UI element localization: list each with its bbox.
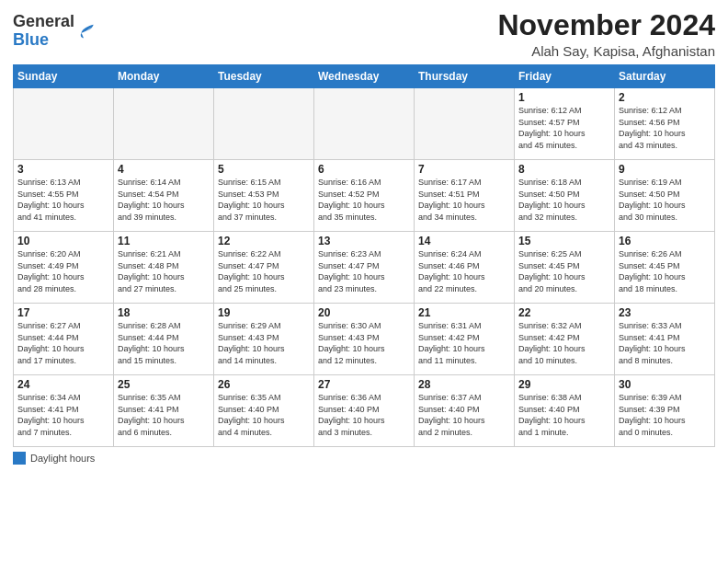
day-number: 13 — [318, 235, 410, 247]
day-info: Sunrise: 6:14 AM Sunset: 4:54 PM Dayligh… — [118, 177, 210, 223]
day-info: Sunrise: 6:15 AM Sunset: 4:53 PM Dayligh… — [218, 177, 310, 223]
col-wednesday: Wednesday — [314, 65, 415, 88]
day-info: Sunrise: 6:29 AM Sunset: 4:43 PM Dayligh… — [218, 320, 310, 366]
col-friday: Friday — [515, 65, 615, 88]
day-info: Sunrise: 6:19 AM Sunset: 4:50 PM Dayligh… — [619, 177, 711, 223]
day-number: 28 — [418, 378, 510, 391]
calendar-cell — [314, 88, 415, 160]
calendar-cell — [214, 88, 314, 160]
calendar-cell: 14Sunrise: 6:24 AM Sunset: 4:46 PM Dayli… — [415, 232, 515, 304]
day-info: Sunrise: 6:23 AM Sunset: 4:47 PM Dayligh… — [318, 248, 410, 294]
col-tuesday: Tuesday — [214, 65, 314, 88]
day-number: 11 — [118, 235, 210, 247]
day-info: Sunrise: 6:37 AM Sunset: 4:40 PM Dayligh… — [418, 392, 510, 438]
day-info: Sunrise: 6:12 AM Sunset: 4:56 PM Dayligh… — [619, 105, 711, 151]
day-info: Sunrise: 6:28 AM Sunset: 4:44 PM Dayligh… — [118, 320, 210, 366]
calendar-cell: 22Sunrise: 6:32 AM Sunset: 4:42 PM Dayli… — [515, 304, 615, 375]
calendar-cell: 9Sunrise: 6:19 AM Sunset: 4:50 PM Daylig… — [615, 160, 715, 232]
day-number: 2 — [619, 91, 711, 104]
day-number: 7 — [418, 163, 510, 176]
day-number: 9 — [619, 163, 711, 176]
day-info: Sunrise: 6:22 AM Sunset: 4:47 PM Dayligh… — [218, 248, 310, 294]
day-number: 8 — [518, 163, 610, 176]
day-number: 18 — [118, 306, 210, 319]
col-thursday: Thursday — [415, 65, 515, 88]
day-info: Sunrise: 6:27 AM Sunset: 4:44 PM Dayligh… — [17, 320, 109, 366]
calendar-week-3: 17Sunrise: 6:27 AM Sunset: 4:44 PM Dayli… — [14, 304, 715, 375]
calendar-cell: 5Sunrise: 6:15 AM Sunset: 4:53 PM Daylig… — [214, 160, 314, 232]
calendar-cell: 1Sunrise: 6:12 AM Sunset: 4:57 PM Daylig… — [515, 88, 615, 160]
calendar-cell: 25Sunrise: 6:35 AM Sunset: 4:41 PM Dayli… — [114, 375, 214, 447]
day-number: 21 — [418, 306, 510, 319]
calendar-week-2: 10Sunrise: 6:20 AM Sunset: 4:49 PM Dayli… — [14, 232, 715, 304]
day-info: Sunrise: 6:34 AM Sunset: 4:41 PM Dayligh… — [17, 392, 109, 438]
day-number: 29 — [518, 378, 610, 391]
legend-row: Daylight hours — [13, 452, 715, 465]
calendar-cell: 17Sunrise: 6:27 AM Sunset: 4:44 PM Dayli… — [14, 304, 114, 375]
calendar-week-4: 24Sunrise: 6:34 AM Sunset: 4:41 PM Dayli… — [14, 375, 715, 447]
calendar-cell: 8Sunrise: 6:18 AM Sunset: 4:50 PM Daylig… — [515, 160, 615, 232]
calendar-cell: 18Sunrise: 6:28 AM Sunset: 4:44 PM Dayli… — [114, 304, 214, 375]
calendar-cell: 24Sunrise: 6:34 AM Sunset: 4:41 PM Dayli… — [14, 375, 114, 447]
day-info: Sunrise: 6:30 AM Sunset: 4:43 PM Dayligh… — [318, 320, 410, 366]
day-number: 4 — [118, 163, 210, 176]
day-number: 16 — [619, 235, 711, 247]
day-info: Sunrise: 6:18 AM Sunset: 4:50 PM Dayligh… — [518, 177, 610, 223]
calendar-week-0: 1Sunrise: 6:12 AM Sunset: 4:57 PM Daylig… — [14, 88, 715, 160]
title-block: November 2024 Alah Say, Kapisa, Afghanis… — [497, 9, 715, 59]
calendar-week-1: 3Sunrise: 6:13 AM Sunset: 4:55 PM Daylig… — [14, 160, 715, 232]
logo: General Blue — [13, 13, 95, 50]
day-number: 17 — [17, 306, 109, 319]
day-info: Sunrise: 6:20 AM Sunset: 4:49 PM Dayligh… — [17, 248, 109, 294]
day-info: Sunrise: 6:31 AM Sunset: 4:42 PM Dayligh… — [418, 320, 510, 366]
calendar-cell: 13Sunrise: 6:23 AM Sunset: 4:47 PM Dayli… — [314, 232, 415, 304]
day-number: 20 — [318, 306, 410, 319]
calendar-cell: 15Sunrise: 6:25 AM Sunset: 4:45 PM Dayli… — [515, 232, 615, 304]
day-info: Sunrise: 6:17 AM Sunset: 4:51 PM Dayligh… — [418, 177, 510, 223]
calendar-cell — [114, 88, 214, 160]
day-info: Sunrise: 6:35 AM Sunset: 4:40 PM Dayligh… — [218, 392, 310, 438]
month-title: November 2024 — [497, 9, 715, 41]
day-number: 24 — [17, 378, 109, 391]
day-number: 3 — [17, 163, 109, 176]
calendar-cell: 28Sunrise: 6:37 AM Sunset: 4:40 PM Dayli… — [415, 375, 515, 447]
day-number: 5 — [218, 163, 310, 176]
day-number: 15 — [518, 235, 610, 247]
day-number: 22 — [518, 306, 610, 319]
day-number: 25 — [118, 378, 210, 391]
day-number: 27 — [318, 378, 410, 391]
calendar-cell: 19Sunrise: 6:29 AM Sunset: 4:43 PM Dayli… — [214, 304, 314, 375]
day-number: 26 — [218, 378, 310, 391]
main-container: General Blue November 2024 Alah Say, Kap… — [0, 0, 728, 470]
day-number: 30 — [619, 378, 711, 391]
day-info: Sunrise: 6:25 AM Sunset: 4:45 PM Dayligh… — [518, 248, 610, 294]
day-number: 6 — [318, 163, 410, 176]
day-info: Sunrise: 6:38 AM Sunset: 4:40 PM Dayligh… — [518, 392, 610, 438]
calendar-cell: 29Sunrise: 6:38 AM Sunset: 4:40 PM Dayli… — [515, 375, 615, 447]
calendar-cell: 30Sunrise: 6:39 AM Sunset: 4:39 PM Dayli… — [615, 375, 715, 447]
legend-box-icon — [13, 452, 26, 465]
calendar-cell: 2Sunrise: 6:12 AM Sunset: 4:56 PM Daylig… — [615, 88, 715, 160]
day-info: Sunrise: 6:13 AM Sunset: 4:55 PM Dayligh… — [17, 177, 109, 223]
calendar-cell: 11Sunrise: 6:21 AM Sunset: 4:48 PM Dayli… — [114, 232, 214, 304]
day-number: 1 — [518, 91, 610, 104]
col-sunday: Sunday — [14, 65, 114, 88]
calendar-cell: 6Sunrise: 6:16 AM Sunset: 4:52 PM Daylig… — [314, 160, 415, 232]
day-number: 14 — [418, 235, 510, 247]
logo-blue-text: Blue — [13, 30, 49, 49]
calendar-cell: 23Sunrise: 6:33 AM Sunset: 4:41 PM Dayli… — [615, 304, 715, 375]
calendar-cell — [14, 88, 114, 160]
col-monday: Monday — [114, 65, 214, 88]
legend-label: Daylight hours — [30, 453, 95, 464]
day-number: 23 — [619, 306, 711, 319]
calendar-cell: 16Sunrise: 6:26 AM Sunset: 4:45 PM Dayli… — [615, 232, 715, 304]
calendar-cell: 10Sunrise: 6:20 AM Sunset: 4:49 PM Dayli… — [14, 232, 114, 304]
logo-bird-icon — [76, 22, 95, 40]
day-info: Sunrise: 6:32 AM Sunset: 4:42 PM Dayligh… — [518, 320, 610, 366]
day-info: Sunrise: 6:16 AM Sunset: 4:52 PM Dayligh… — [318, 177, 410, 223]
calendar-cell — [415, 88, 515, 160]
day-number: 10 — [17, 235, 109, 247]
day-info: Sunrise: 6:21 AM Sunset: 4:48 PM Dayligh… — [118, 248, 210, 294]
calendar-cell: 26Sunrise: 6:35 AM Sunset: 4:40 PM Dayli… — [214, 375, 314, 447]
location-title: Alah Say, Kapisa, Afghanistan — [497, 43, 715, 59]
